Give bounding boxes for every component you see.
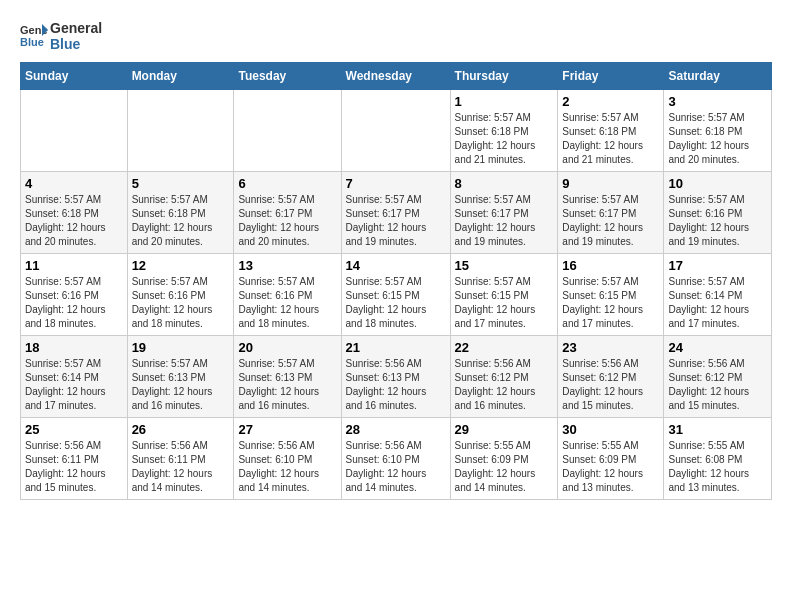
day-cell (127, 90, 234, 172)
day-number: 28 (346, 422, 446, 437)
day-info: Sunrise: 5:57 AM Sunset: 6:16 PM Dayligh… (238, 275, 336, 331)
day-number: 20 (238, 340, 336, 355)
day-cell: 11Sunrise: 5:57 AM Sunset: 6:16 PM Dayli… (21, 254, 128, 336)
day-info: Sunrise: 5:56 AM Sunset: 6:11 PM Dayligh… (132, 439, 230, 495)
day-number: 7 (346, 176, 446, 191)
day-cell: 29Sunrise: 5:55 AM Sunset: 6:09 PM Dayli… (450, 418, 558, 500)
day-number: 27 (238, 422, 336, 437)
day-number: 30 (562, 422, 659, 437)
day-number: 24 (668, 340, 767, 355)
day-number: 9 (562, 176, 659, 191)
day-cell: 17Sunrise: 5:57 AM Sunset: 6:14 PM Dayli… (664, 254, 772, 336)
day-info: Sunrise: 5:55 AM Sunset: 6:09 PM Dayligh… (562, 439, 659, 495)
svg-text:Blue: Blue (20, 36, 44, 48)
day-info: Sunrise: 5:56 AM Sunset: 6:12 PM Dayligh… (668, 357, 767, 413)
day-cell: 31Sunrise: 5:55 AM Sunset: 6:08 PM Dayli… (664, 418, 772, 500)
day-number: 17 (668, 258, 767, 273)
day-cell: 26Sunrise: 5:56 AM Sunset: 6:11 PM Dayli… (127, 418, 234, 500)
day-info: Sunrise: 5:57 AM Sunset: 6:16 PM Dayligh… (25, 275, 123, 331)
day-number: 10 (668, 176, 767, 191)
day-cell: 24Sunrise: 5:56 AM Sunset: 6:12 PM Dayli… (664, 336, 772, 418)
logo-general: General (50, 20, 102, 36)
day-number: 14 (346, 258, 446, 273)
day-info: Sunrise: 5:57 AM Sunset: 6:16 PM Dayligh… (668, 193, 767, 249)
day-cell (341, 90, 450, 172)
day-info: Sunrise: 5:55 AM Sunset: 6:09 PM Dayligh… (455, 439, 554, 495)
weekday-header-thursday: Thursday (450, 63, 558, 90)
day-info: Sunrise: 5:57 AM Sunset: 6:14 PM Dayligh… (668, 275, 767, 331)
day-info: Sunrise: 5:56 AM Sunset: 6:13 PM Dayligh… (346, 357, 446, 413)
day-cell: 13Sunrise: 5:57 AM Sunset: 6:16 PM Dayli… (234, 254, 341, 336)
day-number: 5 (132, 176, 230, 191)
day-cell (234, 90, 341, 172)
week-row-4: 18Sunrise: 5:57 AM Sunset: 6:14 PM Dayli… (21, 336, 772, 418)
day-number: 21 (346, 340, 446, 355)
day-cell: 14Sunrise: 5:57 AM Sunset: 6:15 PM Dayli… (341, 254, 450, 336)
day-info: Sunrise: 5:57 AM Sunset: 6:18 PM Dayligh… (562, 111, 659, 167)
day-info: Sunrise: 5:57 AM Sunset: 6:15 PM Dayligh… (346, 275, 446, 331)
day-number: 1 (455, 94, 554, 109)
week-row-5: 25Sunrise: 5:56 AM Sunset: 6:11 PM Dayli… (21, 418, 772, 500)
day-cell: 3Sunrise: 5:57 AM Sunset: 6:18 PM Daylig… (664, 90, 772, 172)
day-info: Sunrise: 5:56 AM Sunset: 6:10 PM Dayligh… (346, 439, 446, 495)
day-number: 3 (668, 94, 767, 109)
day-cell: 18Sunrise: 5:57 AM Sunset: 6:14 PM Dayli… (21, 336, 128, 418)
week-row-2: 4Sunrise: 5:57 AM Sunset: 6:18 PM Daylig… (21, 172, 772, 254)
day-cell (21, 90, 128, 172)
day-info: Sunrise: 5:57 AM Sunset: 6:17 PM Dayligh… (455, 193, 554, 249)
day-info: Sunrise: 5:57 AM Sunset: 6:17 PM Dayligh… (238, 193, 336, 249)
day-cell: 2Sunrise: 5:57 AM Sunset: 6:18 PM Daylig… (558, 90, 664, 172)
day-info: Sunrise: 5:57 AM Sunset: 6:13 PM Dayligh… (132, 357, 230, 413)
day-cell: 4Sunrise: 5:57 AM Sunset: 6:18 PM Daylig… (21, 172, 128, 254)
day-number: 4 (25, 176, 123, 191)
day-cell: 12Sunrise: 5:57 AM Sunset: 6:16 PM Dayli… (127, 254, 234, 336)
day-cell: 6Sunrise: 5:57 AM Sunset: 6:17 PM Daylig… (234, 172, 341, 254)
logo-blue: Blue (50, 36, 102, 52)
weekday-header-tuesday: Tuesday (234, 63, 341, 90)
day-cell: 19Sunrise: 5:57 AM Sunset: 6:13 PM Dayli… (127, 336, 234, 418)
day-cell: 28Sunrise: 5:56 AM Sunset: 6:10 PM Dayli… (341, 418, 450, 500)
day-cell: 16Sunrise: 5:57 AM Sunset: 6:15 PM Dayli… (558, 254, 664, 336)
day-cell: 9Sunrise: 5:57 AM Sunset: 6:17 PM Daylig… (558, 172, 664, 254)
day-cell: 8Sunrise: 5:57 AM Sunset: 6:17 PM Daylig… (450, 172, 558, 254)
week-row-1: 1Sunrise: 5:57 AM Sunset: 6:18 PM Daylig… (21, 90, 772, 172)
day-info: Sunrise: 5:56 AM Sunset: 6:12 PM Dayligh… (562, 357, 659, 413)
day-cell: 22Sunrise: 5:56 AM Sunset: 6:12 PM Dayli… (450, 336, 558, 418)
day-cell: 1Sunrise: 5:57 AM Sunset: 6:18 PM Daylig… (450, 90, 558, 172)
day-cell: 7Sunrise: 5:57 AM Sunset: 6:17 PM Daylig… (341, 172, 450, 254)
day-info: Sunrise: 5:57 AM Sunset: 6:17 PM Dayligh… (346, 193, 446, 249)
weekday-header-wednesday: Wednesday (341, 63, 450, 90)
day-cell: 30Sunrise: 5:55 AM Sunset: 6:09 PM Dayli… (558, 418, 664, 500)
day-number: 6 (238, 176, 336, 191)
day-number: 15 (455, 258, 554, 273)
day-number: 22 (455, 340, 554, 355)
day-cell: 27Sunrise: 5:56 AM Sunset: 6:10 PM Dayli… (234, 418, 341, 500)
logo-icon: General Blue (20, 22, 48, 50)
day-info: Sunrise: 5:57 AM Sunset: 6:15 PM Dayligh… (455, 275, 554, 331)
day-info: Sunrise: 5:57 AM Sunset: 6:13 PM Dayligh… (238, 357, 336, 413)
day-number: 16 (562, 258, 659, 273)
day-info: Sunrise: 5:57 AM Sunset: 6:15 PM Dayligh… (562, 275, 659, 331)
day-info: Sunrise: 5:57 AM Sunset: 6:18 PM Dayligh… (25, 193, 123, 249)
day-info: Sunrise: 5:57 AM Sunset: 6:18 PM Dayligh… (132, 193, 230, 249)
weekday-header-row: SundayMondayTuesdayWednesdayThursdayFrid… (21, 63, 772, 90)
day-info: Sunrise: 5:55 AM Sunset: 6:08 PM Dayligh… (668, 439, 767, 495)
day-cell: 15Sunrise: 5:57 AM Sunset: 6:15 PM Dayli… (450, 254, 558, 336)
logo: General Blue General Blue (20, 20, 102, 52)
day-number: 26 (132, 422, 230, 437)
day-info: Sunrise: 5:57 AM Sunset: 6:16 PM Dayligh… (132, 275, 230, 331)
day-cell: 25Sunrise: 5:56 AM Sunset: 6:11 PM Dayli… (21, 418, 128, 500)
weekday-header-monday: Monday (127, 63, 234, 90)
day-cell: 20Sunrise: 5:57 AM Sunset: 6:13 PM Dayli… (234, 336, 341, 418)
day-number: 11 (25, 258, 123, 273)
day-cell: 21Sunrise: 5:56 AM Sunset: 6:13 PM Dayli… (341, 336, 450, 418)
day-number: 23 (562, 340, 659, 355)
day-number: 13 (238, 258, 336, 273)
weekday-header-friday: Friday (558, 63, 664, 90)
calendar-table: SundayMondayTuesdayWednesdayThursdayFrid… (20, 62, 772, 500)
day-info: Sunrise: 5:57 AM Sunset: 6:17 PM Dayligh… (562, 193, 659, 249)
page-header: General Blue General Blue (20, 20, 772, 52)
day-number: 19 (132, 340, 230, 355)
day-cell: 10Sunrise: 5:57 AM Sunset: 6:16 PM Dayli… (664, 172, 772, 254)
day-number: 29 (455, 422, 554, 437)
